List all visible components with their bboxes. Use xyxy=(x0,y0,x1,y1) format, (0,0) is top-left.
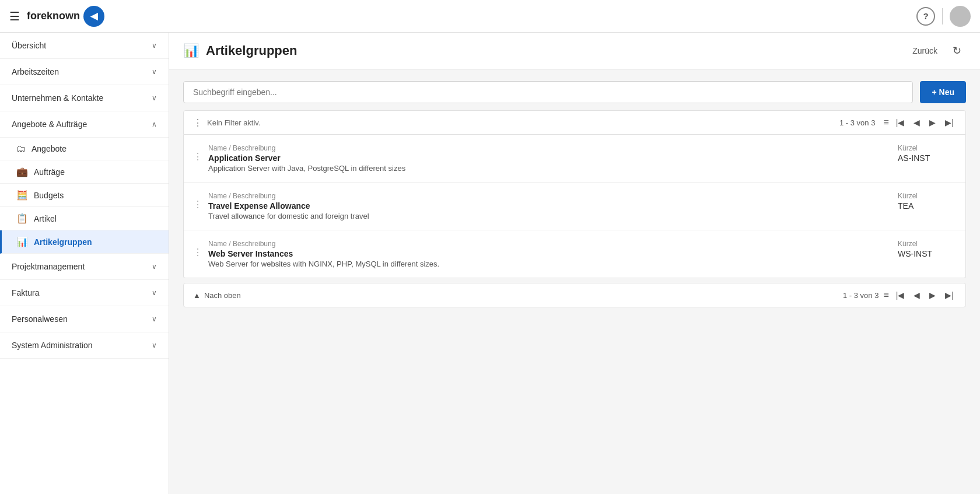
sidebar-item-faktura[interactable]: Faktura ∨ xyxy=(0,280,169,306)
column-header-kurzel: Kürzel xyxy=(898,192,956,200)
new-button[interactable]: + Neu xyxy=(920,81,966,103)
content-area: + Neu ⋮ Kein Filter aktiv. 1 - 3 von 3 ≡… xyxy=(169,69,980,494)
bottom-pagination-info: 1 - 3 von 3 xyxy=(843,291,878,300)
bag-icon: 💼 xyxy=(16,166,28,177)
sidebar-item-unternehmen[interactable]: Unternehmen & Kontakte ∨ xyxy=(0,85,169,111)
sidebar-item-label: Personalwesen xyxy=(12,314,68,324)
sidebar-subitem-artikelgruppen[interactable]: 📊 Artikelgruppen xyxy=(0,230,169,254)
item-description: Web Server for websites with NGINX, PHP,… xyxy=(208,260,886,268)
chevron-down-icon: ∨ xyxy=(152,262,157,271)
pagination-info: 1 - 3 von 3 xyxy=(839,118,875,127)
search-input[interactable] xyxy=(183,81,913,103)
topbar-divider xyxy=(942,8,943,24)
help-button[interactable]: ? xyxy=(916,7,935,26)
item-kurzel: AS-INST xyxy=(898,153,956,163)
app-logo: foreknown xyxy=(27,6,104,27)
sidebar-item-label: Faktura xyxy=(12,288,39,297)
bottom-right: 1 - 3 von 3 ≡ |◀ ◀ ▶ ▶| xyxy=(843,289,956,301)
chevron-down-icon: ∨ xyxy=(152,289,157,297)
layout: Übersicht ∨ Arbeitszeiten ∨ Unternehmen … xyxy=(0,33,980,494)
sidebar-item-personalwesen[interactable]: Personalwesen ∨ xyxy=(0,306,169,332)
row-content: Name / Beschreibung Application Server A… xyxy=(208,144,886,173)
sidebar-item-label: Angebote & Aufträge xyxy=(12,120,87,129)
row-content: Name / Beschreibung Web Server Instances… xyxy=(208,240,886,268)
first-page-button[interactable]: |◀ xyxy=(894,117,907,128)
sidebar-subitem-label: Aufträge xyxy=(34,167,65,177)
sidebar-item-system-admin[interactable]: System Administration ∨ xyxy=(0,332,169,359)
back-button[interactable]: Zurück xyxy=(908,44,942,58)
column-header-kurzel: Kürzel xyxy=(898,144,956,152)
column-header-name: Name / Beschreibung xyxy=(208,144,886,152)
chevron-down-icon: ∨ xyxy=(152,94,157,102)
column-header-name: Name / Beschreibung xyxy=(208,240,886,248)
app-name: foreknown xyxy=(27,10,80,22)
page-header: 📊 Artikelgruppen Zurück ↻ xyxy=(169,33,980,69)
bottom-last-page-button[interactable]: ▶| xyxy=(943,289,956,301)
filter-menu-icon[interactable]: ⋮ xyxy=(193,117,202,128)
main-content: 📊 Artikelgruppen Zurück ↻ + Neu ⋮ Kein F… xyxy=(169,33,980,494)
column-header-name: Name / Beschreibung xyxy=(208,192,886,200)
page-title-area: 📊 Artikelgruppen xyxy=(183,43,297,58)
item-name[interactable]: Web Server Instances xyxy=(208,249,886,258)
sort-icon[interactable]: ≡ xyxy=(883,117,888,128)
row-kurzel: Kürzel TEA xyxy=(886,192,956,211)
row-kurzel: Kürzel AS-INST xyxy=(886,144,956,163)
row-menu-icon[interactable]: ⋮ xyxy=(193,144,208,162)
filter-left: ⋮ Kein Filter aktiv. xyxy=(193,117,261,128)
item-name[interactable]: Application Server xyxy=(208,153,886,163)
filter-bar: ⋮ Kein Filter aktiv. 1 - 3 von 3 ≡ |◀ ◀ … xyxy=(183,110,966,135)
sidebar-subitem-budgets[interactable]: 🧮 Budgets xyxy=(0,184,169,207)
sidebar-item-ubersicht[interactable]: Übersicht ∨ xyxy=(0,33,169,59)
sidebar-item-label: Unternehmen & Kontakte xyxy=(12,93,103,103)
sidebar-item-angebote[interactable]: Angebote & Aufträge ∧ xyxy=(0,111,169,138)
sidebar-item-arbeitszeiten[interactable]: Arbeitszeiten ∨ xyxy=(0,59,169,85)
page-icon: 📊 xyxy=(183,43,199,58)
sidebar-subitem-auftrage[interactable]: 💼 Aufträge xyxy=(0,160,169,184)
chevron-up-icon: ∧ xyxy=(152,120,157,128)
chevron-down-icon: ∨ xyxy=(152,68,157,76)
bottom-first-page-button[interactable]: |◀ xyxy=(894,289,907,301)
calculator-icon: 🧮 xyxy=(16,190,28,201)
briefcase-icon: 🗂 xyxy=(16,143,26,154)
bottom-next-page-button[interactable]: ▶ xyxy=(927,289,938,301)
logo-icon xyxy=(83,6,104,27)
chevron-down-icon: ∨ xyxy=(152,341,157,349)
sidebar-subitem-label: Artikel xyxy=(34,214,57,223)
next-page-button[interactable]: ▶ xyxy=(927,117,938,128)
last-page-button[interactable]: ▶| xyxy=(943,117,956,128)
sidebar-subitem-angebote[interactable]: 🗂 Angebote xyxy=(0,138,169,160)
sidebar-subitem-label: Artikelgruppen xyxy=(34,237,92,247)
table-row: ⋮ Name / Beschreibung Application Server… xyxy=(184,135,965,183)
page-header-actions: Zurück ↻ xyxy=(908,42,966,59)
sidebar-item-label: Übersicht xyxy=(12,41,46,50)
chevron-down-icon: ∨ xyxy=(152,41,157,50)
grid-icon: 📊 xyxy=(16,236,28,247)
sidebar-subitem-label: Budgets xyxy=(34,191,64,200)
row-menu-icon[interactable]: ⋮ xyxy=(193,192,208,210)
back-to-top-button[interactable]: ▲ Nach oben xyxy=(193,291,241,300)
refresh-button[interactable]: ↻ xyxy=(948,42,966,59)
topbar: ☰ foreknown ? xyxy=(0,0,980,33)
page-title: Artikelgruppen xyxy=(206,43,297,58)
sidebar-subitem-artikel[interactable]: 📋 Artikel xyxy=(0,207,169,230)
item-name[interactable]: Travel Expense Allowance xyxy=(208,201,886,211)
row-menu-icon[interactable]: ⋮ xyxy=(193,240,208,258)
column-header-kurzel: Kürzel xyxy=(898,240,956,248)
bottom-sort-icon[interactable]: ≡ xyxy=(883,290,888,300)
prev-page-button[interactable]: ◀ xyxy=(911,117,922,128)
sidebar-item-projektmanagement[interactable]: Projektmanagement ∨ xyxy=(0,254,169,280)
user-avatar[interactable] xyxy=(950,6,971,27)
item-description: Application Server with Java, PostgreSQL… xyxy=(208,164,886,173)
hamburger-icon[interactable]: ☰ xyxy=(9,9,20,23)
bottom-bar: ▲ Nach oben 1 - 3 von 3 ≡ |◀ ◀ ▶ ▶| xyxy=(183,283,966,307)
item-description: Travel allowance for domestic and foreig… xyxy=(208,212,886,220)
filter-right: 1 - 3 von 3 ≡ |◀ ◀ ▶ ▶| xyxy=(836,117,956,128)
chevron-down-icon: ∨ xyxy=(152,315,157,323)
item-kurzel: WS-INST xyxy=(898,249,956,258)
list-icon: 📋 xyxy=(16,213,28,224)
bottom-prev-page-button[interactable]: ◀ xyxy=(911,289,922,301)
sidebar-item-label: Arbeitszeiten xyxy=(12,67,59,76)
sidebar: Übersicht ∨ Arbeitszeiten ∨ Unternehmen … xyxy=(0,33,169,494)
search-row: + Neu xyxy=(183,81,966,103)
sidebar-subitem-label: Angebote xyxy=(32,144,66,153)
